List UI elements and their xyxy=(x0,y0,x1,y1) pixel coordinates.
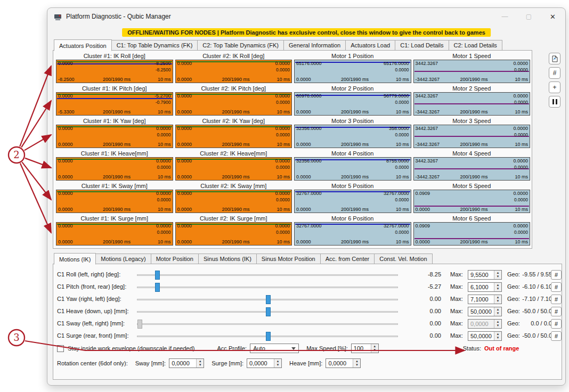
spinner-up-icon[interactable]: ▲ xyxy=(497,272,500,274)
spinner-up-icon[interactable]: ▲ xyxy=(497,308,500,311)
plot-panel-cluster-2-ik-surge-mm[interactable]: 0.00000.00000.00000.0000200/1990 ms10 ms xyxy=(175,222,292,246)
spinner-up-icon[interactable]: ▲ xyxy=(277,360,280,363)
tab-actuators-load[interactable]: Actuators Load xyxy=(345,40,395,51)
spinner-arrows[interactable]: ▲▼ xyxy=(196,359,204,368)
slider-thumb[interactable] xyxy=(266,307,271,316)
spinner-down-icon[interactable]: ▼ xyxy=(497,275,500,278)
slider-thumb[interactable] xyxy=(155,271,160,280)
plot-panel-motor-2-position[interactable]: 60978.000056779.00000.00000.0000200/1990… xyxy=(294,92,411,116)
hash-button[interactable]: # xyxy=(551,307,562,316)
max-speed-spinner[interactable]: 100 ▲▼ xyxy=(351,344,379,353)
plot-panel-cluster-1-ik-surge-mm[interactable]: 0.00000.00000.00000.0000200/1990 ms10 ms xyxy=(56,222,173,246)
tab-general-information[interactable]: General Information xyxy=(283,40,346,51)
tab-c1-load-details[interactable]: C1: Load Details xyxy=(395,40,449,51)
plot-panel-cluster-2-ik-yaw-deg[interactable]: 0.00000.00000.00000.0000200/1990 ms10 ms xyxy=(175,125,292,148)
plot-panel-cluster-2-ik-sway-mm[interactable]: 0.00000.00000.00000.0000200/1990 ms10 ms xyxy=(175,190,292,213)
hash-button[interactable]: # xyxy=(551,282,562,292)
spinner-down-icon[interactable]: ▼ xyxy=(497,337,500,339)
max-spinner[interactable]: 50,0000▲▼ xyxy=(468,331,502,341)
tab-motor-position[interactable]: Motor Position xyxy=(151,254,199,264)
titlebar[interactable]: Platform Diagnostic - Qubic Manager — ▢ … xyxy=(47,8,565,25)
pause-button[interactable] xyxy=(549,96,560,108)
rotation-spinner-sway-mm[interactable]: 0,0000▲▼ xyxy=(169,358,204,368)
rotation-spinner-heave-mm[interactable]: 0,0000▲▼ xyxy=(326,358,361,368)
spinner-arrows[interactable]: ▲▼ xyxy=(494,307,501,316)
plot-panel-cluster-2-ik-heave-mm[interactable]: 0.00000.00000.00000.0000200/1990 ms10 ms xyxy=(175,157,292,181)
spinner-down-icon[interactable]: ▼ xyxy=(373,349,376,352)
tab-c2-load-details[interactable]: C2: Load Details xyxy=(449,40,502,51)
plot-panel-cluster-1-ik-roll-deg[interactable]: 0.0000-8.2500-8.2500-8.2500200/1990 ms10… xyxy=(56,60,173,83)
slider-track[interactable] xyxy=(137,323,398,325)
plot-panel-motor-4-position[interactable]: 32356.00008755.00000.00000.0000200/1990 … xyxy=(294,157,411,181)
plot-panel-motor-4-speed[interactable]: 3442.32670.00000.0000-3442.3267200/1990 … xyxy=(413,157,531,181)
hash-toolbar-button[interactable]: # xyxy=(549,67,560,79)
plot-panel-motor-5-speed[interactable]: 0.09090.00000.00000.0000200/1990 ms10 ms xyxy=(413,190,531,213)
export-report-button[interactable] xyxy=(549,53,560,64)
plot-panel-motor-3-speed[interactable]: 3442.32670.00000.0000-3442.3267200/1990 … xyxy=(413,125,531,148)
spinner-down-icon[interactable]: ▼ xyxy=(355,364,359,366)
plot-panel-cluster-1-ik-pitch-deg[interactable]: 0.0000-5.2700-0.7900-5.3300200/1990 ms10… xyxy=(56,92,173,116)
slider-track[interactable] xyxy=(137,336,398,337)
spinner-down-icon[interactable]: ▼ xyxy=(497,300,500,303)
spinner-arrows[interactable]: ▲▼ xyxy=(494,283,501,291)
spinner-arrows[interactable]: ▲▼ xyxy=(371,344,378,353)
plot-panel-cluster-1-ik-yaw-deg[interactable]: 0.00000.00000.00000.0000200/1990 ms10 ms xyxy=(56,125,173,148)
slider-thumb[interactable] xyxy=(266,295,271,304)
spinner-up-icon[interactable]: ▲ xyxy=(199,360,202,363)
slider-thumb[interactable] xyxy=(266,332,271,341)
max-spinner[interactable]: 0,0000▲▼ xyxy=(468,319,502,329)
tab-c1-top-table-dynamics-fk[interactable]: C1: Top Table Dynamics (FK) xyxy=(111,40,198,51)
spinner-up-icon[interactable]: ▲ xyxy=(497,333,500,336)
tab-const-vel-motion[interactable]: Const. Vel. Motion xyxy=(374,254,432,264)
plot-panel-motor-6-speed[interactable]: 0.09090.00000.00000.0000200/1990 ms10 ms xyxy=(413,222,531,246)
slider-thumb[interactable] xyxy=(137,320,142,329)
spinner-arrows[interactable]: ▲▼ xyxy=(353,359,360,368)
spinner-up-icon[interactable]: ▲ xyxy=(355,360,359,363)
close-button[interactable]: ✕ xyxy=(541,9,565,24)
spinner-up-icon[interactable]: ▲ xyxy=(497,296,500,299)
spinner-up-icon[interactable]: ▲ xyxy=(497,321,500,323)
tab-motions-legacy[interactable]: Motions (Legacy) xyxy=(95,254,151,264)
tab-actuators-position[interactable]: Actuators Position xyxy=(54,39,112,51)
add-toolbar-button[interactable]: + xyxy=(549,81,560,93)
plot-panel-motor-1-position[interactable]: 65176.000065176.00000.00000.0000200/1990… xyxy=(294,60,411,83)
spinner-down-icon[interactable]: ▼ xyxy=(497,288,500,290)
plot-panel-cluster-2-ik-roll-deg[interactable]: 0.00000.00000.00000.0000200/1990 ms10 ms xyxy=(175,60,292,83)
plot-panel-motor-6-position[interactable]: 32767.000032767.00000.00000.0000200/1990… xyxy=(294,222,411,246)
spinner-down-icon[interactable]: ▼ xyxy=(497,324,500,327)
hash-button[interactable]: # xyxy=(551,331,562,341)
slider-track[interactable] xyxy=(137,274,398,276)
spinner-arrows[interactable]: ▲▼ xyxy=(494,332,501,340)
spinner-down-icon[interactable]: ▼ xyxy=(497,312,500,315)
tab-c2-top-table-dynamics-fk[interactable]: C2: Top Table Dynamics (FK) xyxy=(197,40,284,51)
plot-panel-cluster-1-ik-heave-mm[interactable]: 0.00000.00000.00000.0000200/1990 ms10 ms xyxy=(56,157,173,181)
hash-button[interactable]: # xyxy=(551,295,562,304)
tab-sinus-motor-position[interactable]: Sinus Motor Position xyxy=(256,254,321,264)
hash-button[interactable]: # xyxy=(551,270,562,280)
plot-panel-motor-3-position[interactable]: 32356.0000358.00000.00000.0000200/1990 m… xyxy=(294,125,411,148)
spinner-arrows[interactable]: ▲▼ xyxy=(494,295,501,304)
slider-track[interactable] xyxy=(137,287,398,288)
max-spinner[interactable]: 6,1000▲▼ xyxy=(468,282,502,292)
spinner-arrows[interactable]: ▲▼ xyxy=(494,271,501,279)
slider-track[interactable] xyxy=(137,311,398,313)
hash-button[interactable]: # xyxy=(551,319,562,329)
plot-panel-motor-2-speed[interactable]: 3442.32670.00000.0000-3442.3267200/1990 … xyxy=(413,92,531,116)
spinner-up-icon[interactable]: ▲ xyxy=(373,345,376,348)
acc-profile-select[interactable]: Auto xyxy=(250,344,299,353)
max-spinner[interactable]: 50,0000▲▼ xyxy=(468,307,502,316)
tab-sinus-motions-ik[interactable]: Sinus Motions (IK) xyxy=(198,254,257,264)
spinner-down-icon[interactable]: ▼ xyxy=(277,364,280,366)
spinner-arrows[interactable]: ▲▼ xyxy=(494,320,501,328)
plot-panel-motor-1-speed[interactable]: 3442.32670.00000.0000-3442.3267200/1990 … xyxy=(413,60,531,83)
max-spinner[interactable]: 9,5500▲▼ xyxy=(468,270,502,280)
tab-acc-from-center[interactable]: Acc. from Center xyxy=(320,254,375,264)
slider-thumb[interactable] xyxy=(155,283,160,292)
spinner-down-icon[interactable]: ▼ xyxy=(199,364,202,366)
spinner-arrows[interactable]: ▲▼ xyxy=(274,359,281,368)
plot-panel-cluster-2-ik-pitch-deg[interactable]: 0.00000.00000.00000.0000200/1990 ms10 ms xyxy=(175,92,292,116)
spinner-up-icon[interactable]: ▲ xyxy=(497,284,500,287)
plot-panel-motor-5-position[interactable]: 32767.000032767.00000.00000.0000200/1990… xyxy=(294,190,411,213)
maximize-button[interactable]: ▢ xyxy=(517,9,541,24)
slider-track[interactable] xyxy=(137,299,398,300)
